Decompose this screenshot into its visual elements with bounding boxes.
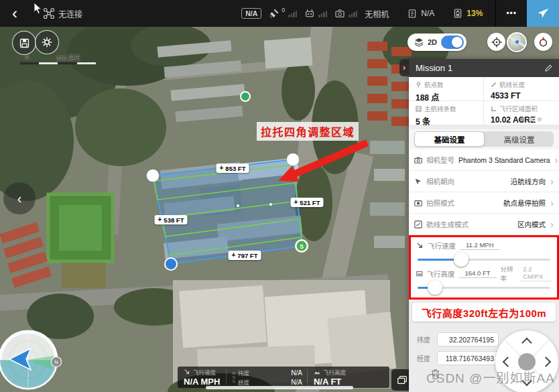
photo-mode-icon [414,199,422,207]
chevron-right-icon: › [555,155,558,165]
2d-mode-toggle[interactable] [441,36,464,49]
telemetry-bar: 飞行速度 N/A MPH WGS 纬度N/A 经度N/A 飞行高度 N/A FT [178,367,389,388]
nudge-down-button[interactable] [521,376,532,387]
mission-stats: 航点数 188 点 航线长度 4533 FT 主航线条数 5 条 [409,77,559,125]
camera-icon [414,156,422,164]
telemetry-coordinates: WGS 纬度N/A 经度N/A [227,367,307,388]
chevron-right-icon: › [550,198,554,208]
chevron-right-icon: › [550,219,554,229]
layers-icon [396,374,408,386]
waypoint-icon [416,82,422,88]
heading-cursor-icon [414,178,422,186]
chevron-left-icon: ‹ [17,191,22,206]
compass-reset-button[interactable] [534,33,552,51]
minimap-location-dot [515,40,519,44]
nudge-left-button[interactable] [503,356,513,367]
ruler-icon [491,82,497,88]
edit-mission-icon[interactable] [544,64,552,72]
panel-collapse-handle[interactable]: › [399,59,409,76]
resolution-value: 2.2 CM/PX [521,265,552,281]
remote-controller-icon [304,8,315,19]
altitude-icon [416,270,423,277]
gps-signal-bars [288,10,297,17]
battery-icon [452,8,463,19]
speed-slider[interactable] [418,252,550,267]
move-icon: + [220,165,224,172]
collapse-left-handle[interactable]: ‹ [3,182,36,214]
remote-controller-status [304,8,327,19]
move-icon: + [232,252,236,259]
move-icon: + [294,199,298,206]
grid-lines-icon [416,106,422,112]
crosshair-icon [491,37,502,48]
mouse-cursor [34,2,42,15]
camera-status-label: 无相机 [365,8,389,19]
edge-length-right: + 521 FT [291,198,324,207]
move-icon: + [158,216,162,223]
layers-icon [414,38,424,47]
altitude-slider[interactable] [418,280,550,295]
setting-camera-heading[interactable]: 相机朝向 沿航线方向 › [409,171,559,192]
stat-area: 飞行区域面积 10.02 ACRE [484,101,559,125]
home-indicator[interactable] [206,386,353,389]
nudge-up-button[interactable] [521,338,532,348]
satellite-icon [269,8,280,19]
mission-header: Mission 1 [409,59,559,77]
nudge-center-button[interactable] [518,353,536,371]
drone-icon [43,7,55,19]
speed-icon [416,242,424,249]
flight-sliders-highlighted: 飞行速度 11.2 MPH 飞行高度 164.0 FT 分辨率 2.2 CM/P… [409,235,559,300]
setting-route-generation-mode[interactable]: 航线生成模式 区内模式 › [409,214,559,235]
nudge-right-button[interactable] [541,356,552,367]
setting-camera-model[interactable]: 相机型号 Phantom 3 Standard Camera › [409,149,559,171]
telemetry-altitude: 飞行高度 N/A FT [308,367,352,388]
setting-photo-mode[interactable]: 拍照模式 航点悬停拍照 › [409,192,559,214]
annotation-label: 拉托四角调整区域 [257,122,359,141]
speed-icon [184,369,190,375]
longitude-input[interactable]: 118.716763493 [437,351,499,365]
flight-mode-status: N/A [407,8,434,19]
nudge-dpad [495,330,558,392]
top-status-bar: ‹ 无连接 N/A 0 [0,0,559,27]
chevron-left-icon: ‹ [12,5,17,21]
altitude-label: 飞行高度 [427,269,455,279]
stat-route-length: 航线长度 4533 FT [484,77,559,101]
back-button[interactable]: ‹ [0,0,29,27]
camera-signal-status [334,8,357,19]
flight-mode-icon [407,8,418,19]
save-mission-button[interactable] [12,31,36,55]
wgs-badge: WGS [231,371,235,383]
status-na-badge: N/A [241,8,261,19]
locate-me-button[interactable] [487,33,505,51]
minimap-button[interactable] [507,32,527,52]
map-mode-label: 2D [428,38,437,46]
mission-panel: Mission 1 航点数 188 点 航线长度 [409,59,559,392]
chevron-right-icon: › [403,63,406,72]
longitude-label: 经度 [417,353,432,363]
compass-icon [538,36,549,48]
altitude-slider-thumb[interactable] [428,280,442,295]
coordinates-section: 纬度 32.202764195 经度 118.716763493 [409,322,559,392]
app-screen: S N + 853 FT + 521 FT + 538 FT + 797 FT … [0,0,559,392]
map-2d-toggle-pill: 2D [408,34,467,51]
camera-signal-bars [349,10,357,17]
delete-icon[interactable] [430,369,440,380]
save-icon [19,38,30,49]
gps-status: 0 [269,8,297,19]
airplane-icon [536,7,550,20]
chevron-right-icon: › [550,176,554,186]
battery-status: 13% [452,8,483,19]
more-menu-button[interactable]: ••• [503,9,519,18]
gear-icon [41,36,53,48]
stat-line-count: 主航线条数 5 条 [409,101,484,125]
map-scale-bar [20,62,96,64]
annotation-note: 飞行高度320ft左右为100m [412,303,556,322]
latitude-input[interactable]: 32.202764195 [437,332,499,346]
map-settings-button[interactable] [35,30,59,54]
tab-advanced-settings[interactable]: 高级设置 [485,131,554,147]
tab-basic-settings[interactable]: 基础设置 [414,131,485,147]
takeoff-button[interactable] [527,0,559,27]
speed-slider-thumb[interactable] [454,252,469,267]
camera-icon [334,8,345,19]
stats-pagination-dots[interactable] [520,117,542,121]
